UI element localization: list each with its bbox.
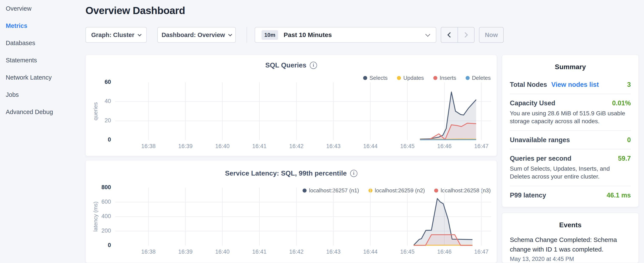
summary-row-description: Sum of Selects, Updates, Inserts, and De…	[510, 165, 631, 181]
x-tick-label: 16:41	[244, 248, 274, 255]
summary-row-label: Unavailable ranges	[510, 136, 570, 144]
x-tick-label: 16:39	[170, 248, 200, 255]
legend-item-inserts[interactable]: Inserts	[433, 75, 456, 81]
summary-row-label: Queries per second	[510, 155, 571, 162]
summary-panel: Summary Total NodesView nodes list3Capac…	[502, 55, 639, 207]
summary-row-value: 46.1 ms	[606, 191, 631, 199]
x-tick-label: 16:46	[430, 248, 459, 255]
series-line-deletes	[420, 140, 476, 140]
summary-row-unavailable-ranges: Unavailable ranges0	[510, 130, 631, 149]
y-tick-label: 800	[90, 184, 111, 191]
sidebar-item-overview[interactable]: Overview	[0, 0, 83, 17]
info-icon[interactable]: i	[310, 62, 317, 69]
x-tick-label: 16:47	[466, 143, 496, 150]
legend-label: Inserts	[440, 75, 456, 81]
legend-dot-icon	[433, 76, 437, 80]
sql-queries-legend: SelectsUpdatesInsertsDeletes	[354, 75, 491, 81]
x-tick-label: 16:46	[430, 143, 459, 150]
graph-dropdown-label: Graph: Cluster	[91, 32, 134, 39]
summary-row-queries-per-second: Queries per second59.7Sum of Selects, Up…	[510, 149, 631, 186]
chevron-right-icon	[462, 32, 468, 38]
x-tick-label: 16:44	[356, 248, 385, 255]
sidebar-item-databases[interactable]: Databases	[0, 35, 83, 52]
service-latency-chart-card: Service Latency: SQL, 99th percentileilo…	[86, 160, 497, 263]
x-tick-label: 16:43	[318, 143, 348, 150]
summary-row-total-nodes: Total NodesView nodes list3	[510, 76, 631, 94]
event-text: Schema Change Completed: Schema change w…	[510, 235, 631, 254]
sidebar-item-metrics[interactable]: Metrics	[0, 17, 83, 35]
sql-queries-title: SQL Queries	[265, 61, 306, 69]
toolbar-divider	[247, 27, 247, 43]
summary-row-value: 0.01%	[612, 99, 631, 107]
y-tick-label: 60	[90, 79, 111, 85]
x-tick-label: 16:40	[208, 248, 237, 255]
time-next-button[interactable]	[458, 28, 474, 42]
summary-row-value: 0	[627, 136, 631, 144]
sql-queries-chart-card: SQL QueriesiSelectsUpdatesInsertsDeletes…	[86, 55, 497, 156]
summary-row-label: Capacity Used	[510, 99, 555, 107]
events-panel: Events Schema Change Completed: Schema c…	[502, 213, 639, 263]
summary-row-capacity-used: Capacity Used0.01%You are using 28.6 MiB…	[510, 94, 631, 130]
summary-row-label: Total Nodes	[510, 81, 547, 89]
now-button[interactable]: Now	[479, 27, 504, 43]
x-tick-label: 16:44	[356, 143, 385, 150]
y-tick-label: 0	[90, 136, 111, 143]
sql-queries-title-row: SQL Queriesi	[86, 61, 497, 69]
legend-label: Updates	[403, 75, 424, 81]
x-tick-label: 16:38	[134, 248, 163, 255]
sidebar-item-advanced-debug[interactable]: Advanced Debug	[0, 103, 83, 121]
service-latency-sql-99th-percentile-plot	[115, 188, 491, 245]
chevron-left-icon	[448, 32, 453, 38]
event-timestamp: May 13, 2020 at 4:45 PM	[510, 256, 631, 262]
sql-queries-plot	[115, 82, 491, 140]
x-tick-label: 16:42	[282, 143, 311, 150]
y-tick-label: 0	[90, 242, 111, 248]
y-axis-label: latency (ms)	[92, 201, 99, 232]
summary-title: Summary	[510, 63, 631, 71]
x-tick-label: 16:45	[392, 143, 422, 150]
legend-item-updates[interactable]: Updates	[397, 75, 424, 81]
summary-rows: Total NodesView nodes list3Capacity Used…	[510, 76, 631, 204]
time-range-label: Past 10 Minutes	[284, 31, 332, 39]
chevron-down-icon	[228, 32, 232, 36]
sidebar-item-network-latency[interactable]: Network Latency	[0, 69, 83, 86]
x-tick-label: 16:43	[318, 248, 348, 255]
x-tick-label: 16:47	[466, 248, 496, 255]
x-tick-label: 16:42	[282, 248, 311, 255]
page-title: Overview Dashboard	[86, 5, 185, 16]
graph-dropdown[interactable]: Graph: Cluster	[86, 27, 147, 43]
summary-row-value: 3	[627, 81, 631, 89]
sidebar-item-statements[interactable]: Statements	[0, 52, 83, 69]
info-icon[interactable]: i	[350, 170, 358, 177]
summary-row-p99-latency: P99 latency46.1 ms	[510, 186, 631, 204]
x-tick-label: 16:45	[392, 248, 422, 255]
summary-row-value: 59.7	[618, 155, 631, 162]
service-latency-sql-99th-percentile-title-row: Service Latency: SQL, 99th percentilei	[86, 169, 497, 177]
sidebar-nav: OverviewMetricsDatabasesStatementsNetwor…	[0, 0, 83, 263]
x-tick-label: 16:41	[244, 143, 274, 150]
x-tick-label: 16:39	[170, 143, 200, 150]
dashboard-dropdown[interactable]: Dashboard: Overview	[157, 27, 236, 43]
db-console-page: OverviewMetricsDatabasesStatementsNetwor…	[0, 0, 644, 263]
time-range-badge: 10m	[262, 30, 278, 40]
time-pager	[441, 27, 474, 43]
legend-item-deletes[interactable]: Deletes	[466, 75, 491, 81]
chevron-down-icon	[426, 32, 430, 37]
summary-row-description: You are using 28.6 MiB of 515.9 GiB usab…	[510, 110, 631, 125]
summary-row-label: P99 latency	[510, 191, 546, 199]
y-axis-label: queries	[92, 102, 99, 120]
x-tick-label: 16:40	[208, 143, 237, 150]
legend-dot-icon	[363, 76, 367, 80]
view-nodes-list-link[interactable]: View nodes list	[551, 81, 599, 89]
time-prev-button[interactable]	[441, 28, 458, 42]
time-range-dropdown[interactable]: 10m Past 10 Minutes	[255, 27, 436, 43]
dashboard-dropdown-label: Dashboard: Overview	[162, 32, 225, 39]
service-latency-sql-99th-percentile-title: Service Latency: SQL, 99th percentile	[225, 169, 347, 177]
legend-label: Selects	[370, 75, 388, 81]
x-tick-label: 16:38	[134, 143, 163, 150]
legend-label: Deletes	[472, 75, 491, 81]
sidebar-item-jobs[interactable]: Jobs	[0, 86, 83, 103]
legend-item-selects[interactable]: Selects	[363, 75, 388, 81]
events-title: Events	[510, 221, 631, 229]
event-item[interactable]: Schema Change Completed: Schema change w…	[510, 235, 631, 262]
